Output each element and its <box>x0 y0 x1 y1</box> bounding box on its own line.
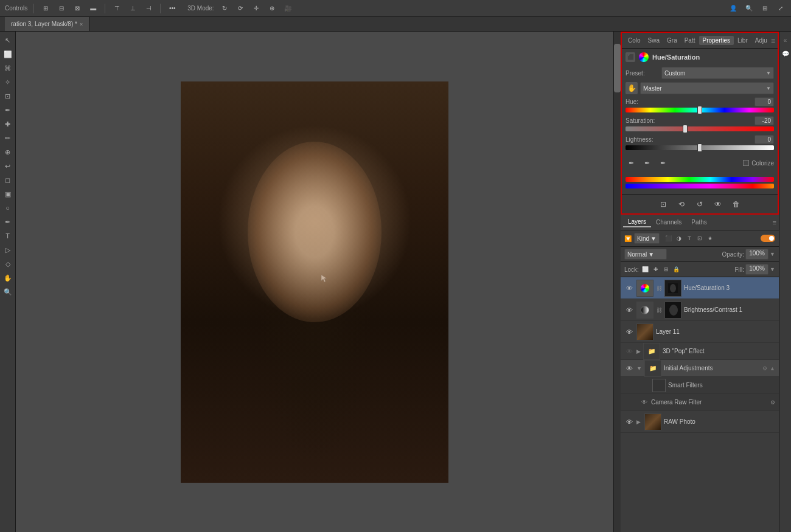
lightness-slider-track[interactable] <box>625 145 774 150</box>
tool-quick-select[interactable]: ✧ <box>2 76 14 88</box>
toolbar-icon-1[interactable]: ⊞ <box>40 3 51 14</box>
tab-patterns[interactable]: Patt <box>681 36 699 45</box>
toolbar-align-3[interactable]: ⊣ <box>143 3 154 14</box>
sample-color-icon[interactable]: ✒ <box>625 157 636 168</box>
initial-adj-settings-icon[interactable]: ⚙ <box>762 365 767 371</box>
colorize-checkbox[interactable] <box>743 160 749 166</box>
tab-color[interactable]: Colo <box>624 36 644 45</box>
panel-more-icon[interactable]: ≡ <box>771 36 775 45</box>
tool-zoom[interactable]: 🔍 <box>2 286 14 298</box>
3d-icon-1[interactable]: ↻ <box>219 3 230 14</box>
lightness-value[interactable]: 0 <box>754 135 774 144</box>
tool-crop[interactable]: ⊡ <box>2 90 14 102</box>
layer-vis-camera-raw[interactable]: 👁 <box>640 398 649 407</box>
tool-eyedropper[interactable]: ✒ <box>2 104 14 116</box>
panel-collapse-icon[interactable]: « <box>781 35 790 45</box>
layer-group-initial-adj[interactable]: 👁 ▼ 📁 Initial Adjustments ⚙ ▲ <box>621 360 779 377</box>
tool-move[interactable]: ↖ <box>2 34 14 46</box>
delete-adj-icon[interactable]: 🗑 <box>730 198 742 210</box>
layer-item-hue-sat-3[interactable]: 👁 ⛓ Hue/Saturation 3 <box>621 277 779 299</box>
opacity-arrow[interactable]: ▼ <box>770 251 775 257</box>
tab-swatches[interactable]: Swa <box>644 36 663 45</box>
sample-darker-icon[interactable]: ✒ <box>657 157 668 168</box>
toolbar-align-1[interactable]: ⊤ <box>111 3 122 14</box>
tool-heal[interactable]: ✚ <box>2 118 14 130</box>
toolbar-align-2[interactable]: ⊥ <box>127 3 138 14</box>
layer-item-raw-photo[interactable]: 👁 ▶ RAW Photo <box>621 411 779 433</box>
lock-position-icon[interactable]: ✚ <box>652 265 660 274</box>
canvas-scrollbar[interactable] <box>613 32 621 532</box>
filter-shape-icon[interactable]: ⊡ <box>695 234 704 243</box>
filter-toggle[interactable] <box>761 235 775 242</box>
3d-icon-5[interactable]: 🎥 <box>282 3 293 14</box>
layer-vis-raw-photo[interactable]: 👁 <box>624 417 634 427</box>
toolbar-more[interactable]: ••• <box>167 3 178 14</box>
tab-paths[interactable]: Paths <box>686 218 712 227</box>
initial-adj-mask-icon[interactable]: ▲ <box>770 365 775 371</box>
lock-pixels-icon[interactable]: ⬜ <box>641 265 650 274</box>
layer-vis-layer-11[interactable]: 👁 <box>624 327 634 337</box>
tab-layers[interactable]: Layers <box>623 217 651 227</box>
reset-icon[interactable]: ↺ <box>694 198 706 210</box>
tool-select-rect[interactable]: ⬜ <box>2 48 14 60</box>
layer-item-smart-filters[interactable]: 👁 Smart Filters <box>621 377 779 394</box>
tab-gradients[interactable]: Gra <box>663 36 681 45</box>
user-icon[interactable]: 👤 <box>728 3 739 14</box>
fill-arrow[interactable]: ▼ <box>770 266 775 272</box>
tool-history-brush[interactable]: ↩ <box>2 160 14 172</box>
toolbar-icon-4[interactable]: ▬ <box>88 3 99 14</box>
kind-filter-dropdown[interactable]: Kind ▼ <box>634 233 660 244</box>
layers-panel-menu-icon[interactable]: ≡ <box>773 219 776 226</box>
filter-smart-icon[interactable]: ★ <box>706 234 714 243</box>
filter-pixel-icon[interactable]: ⬛ <box>664 234 673 243</box>
search-icon[interactable]: 🔍 <box>744 3 754 14</box>
tool-shape[interactable]: ◇ <box>2 258 14 270</box>
visibility-icon[interactable]: 👁 <box>712 198 724 210</box>
hue-value[interactable]: 0 <box>754 97 774 106</box>
panel-chat-icon[interactable]: 💬 <box>781 49 790 58</box>
toolbar-icon-2[interactable]: ⊟ <box>56 3 67 14</box>
expand-3d-pop-icon[interactable]: ▶ <box>636 348 641 354</box>
preset-dropdown[interactable]: Custom ▼ <box>661 67 774 79</box>
tool-eraser[interactable]: ◻ <box>2 174 14 186</box>
tool-type[interactable]: T <box>2 230 14 242</box>
tab-libraries[interactable]: Libr <box>734 36 751 45</box>
view-previous-icon[interactable]: ⟲ <box>675 198 688 210</box>
document-tab[interactable]: ration 3, Layer Mask/8) * × <box>5 17 89 31</box>
layer-item-layer-11[interactable]: 👁 Layer 11 <box>621 321 779 343</box>
tool-brush[interactable]: ✏ <box>2 132 14 144</box>
tab-channels[interactable]: Channels <box>651 218 686 227</box>
fill-value[interactable]: 100% <box>745 264 768 275</box>
lock-all-icon[interactable]: 🔒 <box>672 265 681 274</box>
filter-adj-icon[interactable]: ◑ <box>675 234 683 243</box>
layer-vis-brightness-1[interactable]: 👁 <box>624 305 634 315</box>
layer-vis-hue-sat-3[interactable]: 👁 <box>624 283 634 293</box>
layer-group-3d-pop[interactable]: 👁 ▶ 📁 3D "Pop" Effect <box>621 343 779 360</box>
3d-icon-3[interactable]: ✛ <box>251 3 262 14</box>
saturation-slider-track[interactable] <box>625 126 774 131</box>
hand-tool-icon[interactable]: ✋ <box>625 82 638 94</box>
3d-icon-4[interactable]: ⊕ <box>267 3 277 14</box>
channel-dropdown[interactable]: Master ▼ <box>640 82 774 94</box>
tool-path-select[interactable]: ▷ <box>2 244 14 256</box>
hue-slider-track[interactable] <box>625 108 774 112</box>
saturation-value[interactable]: -20 <box>754 116 774 125</box>
tab-close[interactable]: × <box>80 21 83 27</box>
raw-photo-expand-icon[interactable]: ▶ <box>636 419 641 425</box>
tool-hand[interactable]: ✋ <box>2 272 14 284</box>
tool-clone[interactable]: ⊕ <box>2 146 14 158</box>
tab-adjustments[interactable]: Adju <box>751 36 771 45</box>
tool-lasso[interactable]: ⌘ <box>2 62 14 74</box>
toolbar-icon-3[interactable]: ⊠ <box>72 3 83 14</box>
sample-lighter-icon[interactable]: ✒ <box>641 157 652 168</box>
opacity-value[interactable]: 100% <box>745 249 768 260</box>
filter-type-txt-icon[interactable]: T <box>685 234 694 243</box>
3d-icon-2[interactable]: ⟳ <box>235 3 246 14</box>
layer-item-brightness-1[interactable]: 👁 ⛓ Brightness/Contrast 1 <box>621 299 779 321</box>
tool-dodge[interactable]: ○ <box>2 202 14 214</box>
lock-artboards-icon[interactable]: ⊞ <box>662 265 671 274</box>
window-arrange-icon[interactable]: ⊞ <box>759 3 770 14</box>
tab-properties[interactable]: Properties <box>699 36 734 45</box>
expand-initial-adj-icon[interactable]: ▼ <box>636 365 642 371</box>
tool-gradient[interactable]: ▣ <box>2 188 14 200</box>
